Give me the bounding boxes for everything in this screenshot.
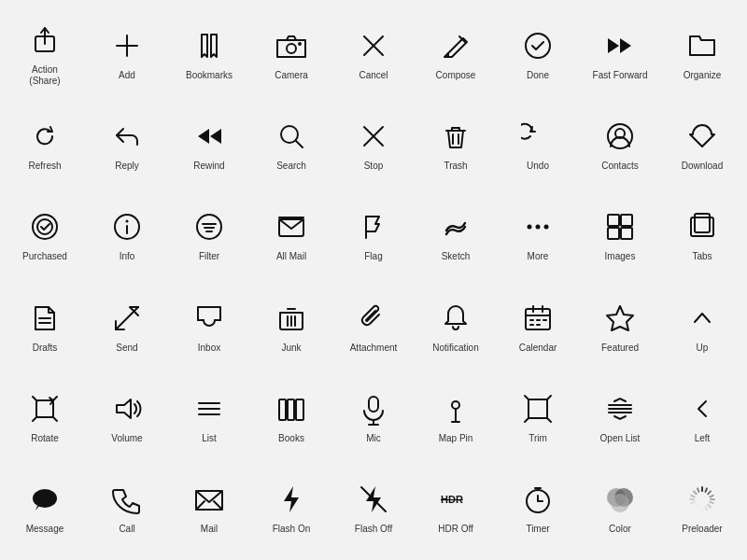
trim[interactable]: Trim <box>497 371 579 461</box>
refresh[interactable]: Refresh <box>4 98 86 189</box>
stop-label: Stop <box>364 161 384 172</box>
notification[interactable]: Notification <box>415 280 497 371</box>
flag[interactable]: Flag <box>332 189 415 280</box>
left[interactable]: Left <box>661 371 743 461</box>
tabs[interactable]: Tabs <box>661 189 743 280</box>
search-label: Search <box>276 161 306 172</box>
left-icon <box>682 388 723 429</box>
undo[interactable]: Undo <box>497 98 579 189</box>
calendar-icon <box>517 298 558 339</box>
camera[interactable]: Camera <box>250 7 332 98</box>
mic-icon <box>353 388 394 429</box>
svg-line-81 <box>547 396 551 399</box>
featured-icon <box>599 298 641 339</box>
timer[interactable]: Timer <box>497 462 579 553</box>
rotate-label: Rotate <box>31 433 58 444</box>
call[interactable]: Call <box>86 462 168 553</box>
bookmarks[interactable]: Bookmarks <box>168 7 250 98</box>
sketch-label: Sketch <box>442 251 471 262</box>
junk[interactable]: Junk <box>250 280 332 371</box>
up-icon <box>682 298 723 339</box>
mail[interactable]: Mail <box>168 462 250 553</box>
flash-on[interactable]: Flash On <box>250 462 332 553</box>
mail-icon <box>189 479 230 520</box>
volume-icon <box>106 388 148 429</box>
svg-rect-73 <box>369 397 378 412</box>
more-label: More <box>528 251 549 262</box>
svg-rect-71 <box>288 399 294 420</box>
camera-icon <box>271 25 312 66</box>
organize-icon <box>682 25 723 66</box>
featured[interactable]: Featured <box>579 280 661 371</box>
message[interactable]: Message <box>4 462 86 553</box>
mail-label: Mail <box>201 524 218 535</box>
download[interactable]: Download <box>661 98 743 189</box>
svg-point-27 <box>126 220 129 223</box>
done-icon <box>517 25 558 66</box>
action-share[interactable]: Action (Share) <box>4 7 86 98</box>
fast-forward-label: Fast Forward <box>593 70 648 81</box>
stop[interactable]: Stop <box>332 98 415 189</box>
flash-on-label: Flash On <box>273 524 311 535</box>
sketch[interactable]: Sketch <box>415 189 497 280</box>
organize[interactable]: Organize <box>661 7 743 98</box>
add[interactable]: Add <box>86 7 168 98</box>
color[interactable]: Color <box>579 462 661 553</box>
list[interactable]: List <box>168 371 250 461</box>
contacts[interactable]: Contacts <box>579 98 661 189</box>
undo-label: Undo <box>527 161 549 172</box>
info[interactable]: Info <box>86 189 168 280</box>
rewind[interactable]: Rewind <box>168 98 250 189</box>
send-icon <box>106 298 148 339</box>
filter-label: Filter <box>199 251 219 262</box>
search[interactable]: Search <box>250 98 332 189</box>
cancel[interactable]: Cancel <box>332 7 415 98</box>
hdr-off[interactable]: HDR HDR Off <box>415 462 497 553</box>
hdr-off-label: HDR Off <box>438 524 473 535</box>
filter[interactable]: Filter <box>168 189 250 280</box>
rotate[interactable]: Rotate <box>4 371 86 461</box>
attachment[interactable]: Attachment <box>332 280 415 371</box>
inbox[interactable]: Inbox <box>168 280 250 371</box>
notification-icon <box>435 298 476 339</box>
svg-line-107 <box>706 507 708 511</box>
images-icon <box>599 206 641 247</box>
notification-label: Notification <box>432 343 478 354</box>
svg-line-106 <box>708 505 711 508</box>
drafts[interactable]: Drafts <box>4 280 86 371</box>
send[interactable]: Send <box>86 280 168 371</box>
books[interactable]: Books <box>250 371 332 461</box>
done[interactable]: Done <box>497 7 579 98</box>
calendar-label: Calendar <box>519 343 557 354</box>
trash[interactable]: Trash <box>415 98 497 189</box>
svg-line-110 <box>694 505 697 508</box>
map-pin[interactable]: Map Pin <box>415 371 497 461</box>
svg-point-10 <box>526 34 550 58</box>
svg-line-102 <box>708 492 711 495</box>
purchased[interactable]: Purchased <box>4 189 86 280</box>
volume[interactable]: Volume <box>86 371 168 461</box>
up[interactable]: Up <box>661 280 743 371</box>
search-icon <box>271 116 312 157</box>
calendar[interactable]: Calendar <box>497 280 579 371</box>
mic[interactable]: Mic <box>332 371 415 461</box>
fast-forward-icon <box>599 25 641 66</box>
more[interactable]: More <box>497 189 579 280</box>
compose[interactable]: Compose <box>415 7 497 98</box>
open-list-label: Open List <box>600 433 641 444</box>
flash-off[interactable]: Flash Off <box>332 462 415 553</box>
open-list[interactable]: Open List <box>579 371 661 461</box>
preloader[interactable]: Preloader <box>661 462 743 553</box>
svg-line-105 <box>710 502 712 504</box>
svg-line-101 <box>706 489 708 493</box>
fast-forward[interactable]: Fast Forward <box>579 7 661 98</box>
all-mail[interactable]: All Mail <box>250 189 332 280</box>
tabs-icon <box>682 206 723 247</box>
svg-point-87 <box>33 489 57 508</box>
svg-point-37 <box>544 225 549 230</box>
preloader-icon <box>682 479 723 520</box>
reply[interactable]: Reply <box>86 98 168 189</box>
images[interactable]: Images <box>579 189 661 280</box>
reply-icon <box>106 116 148 157</box>
map-pin-label: Map Pin <box>439 433 473 444</box>
